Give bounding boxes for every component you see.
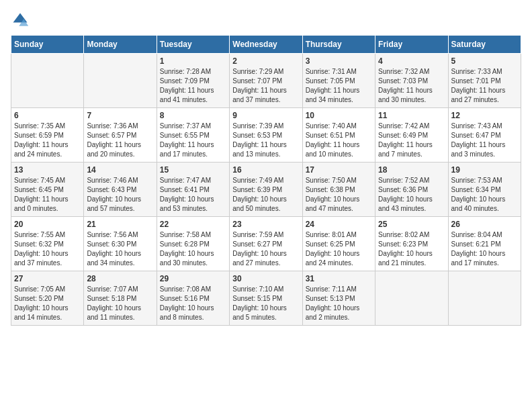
day-number: 4 [378, 56, 445, 66]
calendar-cell: 30Sunrise: 7:10 AM Sunset: 5:15 PM Dayli… [230, 271, 302, 326]
page-header [11, 11, 521, 30]
day-info: Sunrise: 7:43 AM Sunset: 6:47 PM Dayligh… [451, 122, 518, 159]
calendar-cell: 7Sunrise: 7:36 AM Sunset: 6:57 PM Daylig… [84, 108, 157, 163]
day-number: 11 [378, 111, 445, 120]
calendar-cell: 24Sunrise: 8:01 AM Sunset: 6:25 PM Dayli… [302, 217, 375, 271]
calendar-cell: 11Sunrise: 7:42 AM Sunset: 6:49 PM Dayli… [375, 108, 448, 163]
calendar-week-row: 27Sunrise: 7:05 AM Sunset: 5:20 PM Dayli… [11, 271, 521, 326]
calendar-cell: 1Sunrise: 7:28 AM Sunset: 7:09 PM Daylig… [157, 54, 229, 108]
day-number: 29 [160, 274, 226, 283]
day-info: Sunrise: 7:42 AM Sunset: 6:49 PM Dayligh… [378, 122, 445, 159]
day-number: 13 [14, 165, 81, 175]
day-info: Sunrise: 7:35 AM Sunset: 6:59 PM Dayligh… [14, 122, 81, 159]
day-number: 9 [232, 111, 299, 120]
logo [11, 11, 31, 30]
day-info: Sunrise: 7:53 AM Sunset: 6:34 PM Dayligh… [451, 176, 518, 214]
day-number: 27 [14, 274, 81, 283]
day-info: Sunrise: 7:29 AM Sunset: 7:07 PM Dayligh… [232, 67, 299, 105]
day-number: 19 [451, 165, 518, 175]
day-info: Sunrise: 7:58 AM Sunset: 6:28 PM Dayligh… [160, 230, 226, 268]
day-number: 6 [14, 111, 81, 120]
day-info: Sunrise: 7:07 AM Sunset: 5:18 PM Dayligh… [87, 285, 153, 322]
day-number: 30 [232, 274, 299, 283]
calendar-cell: 15Sunrise: 7:47 AM Sunset: 6:41 PM Dayli… [157, 163, 229, 217]
day-number: 1 [160, 56, 226, 66]
day-number: 10 [306, 111, 372, 120]
calendar-cell: 31Sunrise: 7:11 AM Sunset: 5:13 PM Dayli… [302, 271, 375, 326]
weekday-header-cell: Tuesday [157, 36, 229, 54]
calendar-cell: 23Sunrise: 7:59 AM Sunset: 6:27 PM Dayli… [230, 217, 302, 271]
calendar-cell: 3Sunrise: 7:31 AM Sunset: 7:05 PM Daylig… [302, 54, 375, 108]
calendar-cell [375, 271, 448, 326]
day-number: 20 [14, 220, 81, 229]
calendar-cell [448, 271, 521, 326]
day-info: Sunrise: 7:37 AM Sunset: 6:55 PM Dayligh… [160, 122, 226, 159]
calendar-cell: 10Sunrise: 7:40 AM Sunset: 6:51 PM Dayli… [302, 108, 375, 163]
calendar-cell: 5Sunrise: 7:33 AM Sunset: 7:01 PM Daylig… [448, 54, 521, 108]
day-info: Sunrise: 7:28 AM Sunset: 7:09 PM Dayligh… [160, 67, 226, 105]
calendar-week-row: 13Sunrise: 7:45 AM Sunset: 6:45 PM Dayli… [11, 163, 521, 217]
day-info: Sunrise: 7:33 AM Sunset: 7:01 PM Dayligh… [451, 67, 518, 105]
day-info: Sunrise: 7:59 AM Sunset: 6:27 PM Dayligh… [232, 230, 299, 268]
calendar-cell: 25Sunrise: 8:02 AM Sunset: 6:23 PM Dayli… [375, 217, 448, 271]
day-number: 2 [232, 56, 299, 66]
day-info: Sunrise: 7:45 AM Sunset: 6:45 PM Dayligh… [14, 176, 81, 214]
calendar-cell: 26Sunrise: 8:04 AM Sunset: 6:21 PM Dayli… [448, 217, 521, 271]
day-info: Sunrise: 7:08 AM Sunset: 5:16 PM Dayligh… [160, 285, 226, 322]
day-info: Sunrise: 8:02 AM Sunset: 6:23 PM Dayligh… [378, 230, 445, 268]
calendar-cell: 4Sunrise: 7:32 AM Sunset: 7:03 PM Daylig… [375, 54, 448, 108]
weekday-header-cell: Thursday [302, 36, 375, 54]
day-info: Sunrise: 7:40 AM Sunset: 6:51 PM Dayligh… [306, 122, 372, 159]
calendar-body: 1Sunrise: 7:28 AM Sunset: 7:09 PM Daylig… [11, 54, 521, 326]
calendar-cell: 2Sunrise: 7:29 AM Sunset: 7:07 PM Daylig… [230, 54, 302, 108]
day-info: Sunrise: 7:36 AM Sunset: 6:57 PM Dayligh… [87, 122, 153, 159]
calendar-table: SundayMondayTuesdayWednesdayThursdayFrid… [11, 35, 521, 326]
calendar-cell [11, 54, 84, 108]
day-info: Sunrise: 8:04 AM Sunset: 6:21 PM Dayligh… [451, 230, 518, 268]
day-info: Sunrise: 7:47 AM Sunset: 6:41 PM Dayligh… [160, 176, 226, 214]
day-info: Sunrise: 7:49 AM Sunset: 6:39 PM Dayligh… [232, 176, 299, 214]
day-info: Sunrise: 7:31 AM Sunset: 7:05 PM Dayligh… [306, 67, 372, 105]
weekday-header-cell: Wednesday [230, 36, 302, 54]
day-number: 31 [306, 274, 372, 283]
weekday-header-cell: Friday [375, 36, 448, 54]
day-number: 7 [87, 111, 153, 120]
day-number: 14 [87, 165, 153, 175]
day-info: Sunrise: 7:11 AM Sunset: 5:13 PM Dayligh… [306, 285, 372, 322]
day-number: 15 [160, 165, 226, 175]
day-info: Sunrise: 7:50 AM Sunset: 6:38 PM Dayligh… [306, 176, 372, 214]
day-info: Sunrise: 7:55 AM Sunset: 6:32 PM Dayligh… [14, 230, 81, 268]
day-info: Sunrise: 7:56 AM Sunset: 6:30 PM Dayligh… [87, 230, 153, 268]
day-info: Sunrise: 7:10 AM Sunset: 5:15 PM Dayligh… [232, 285, 299, 322]
day-number: 21 [87, 220, 153, 229]
day-number: 22 [160, 220, 226, 229]
calendar-cell: 13Sunrise: 7:45 AM Sunset: 6:45 PM Dayli… [11, 163, 84, 217]
day-number: 25 [378, 220, 445, 229]
calendar-cell: 28Sunrise: 7:07 AM Sunset: 5:18 PM Dayli… [84, 271, 157, 326]
day-number: 17 [306, 165, 372, 175]
day-number: 3 [306, 56, 372, 66]
day-info: Sunrise: 7:39 AM Sunset: 6:53 PM Dayligh… [232, 122, 299, 159]
weekday-header-cell: Monday [84, 36, 157, 54]
day-number: 28 [87, 274, 153, 283]
calendar-cell: 19Sunrise: 7:53 AM Sunset: 6:34 PM Dayli… [448, 163, 521, 217]
calendar-cell: 22Sunrise: 7:58 AM Sunset: 6:28 PM Dayli… [157, 217, 229, 271]
calendar-cell: 14Sunrise: 7:46 AM Sunset: 6:43 PM Dayli… [84, 163, 157, 217]
calendar-week-row: 6Sunrise: 7:35 AM Sunset: 6:59 PM Daylig… [11, 108, 521, 163]
day-number: 24 [306, 220, 372, 229]
calendar-cell: 6Sunrise: 7:35 AM Sunset: 6:59 PM Daylig… [11, 108, 84, 163]
logo-icon [11, 11, 30, 30]
day-info: Sunrise: 7:32 AM Sunset: 7:03 PM Dayligh… [378, 67, 445, 105]
day-number: 26 [451, 220, 518, 229]
calendar-cell: 9Sunrise: 7:39 AM Sunset: 6:53 PM Daylig… [230, 108, 302, 163]
day-info: Sunrise: 7:52 AM Sunset: 6:36 PM Dayligh… [378, 176, 445, 214]
day-info: Sunrise: 8:01 AM Sunset: 6:25 PM Dayligh… [306, 230, 372, 268]
calendar-cell: 16Sunrise: 7:49 AM Sunset: 6:39 PM Dayli… [230, 163, 302, 217]
day-info: Sunrise: 7:05 AM Sunset: 5:20 PM Dayligh… [14, 285, 81, 322]
calendar-cell: 21Sunrise: 7:56 AM Sunset: 6:30 PM Dayli… [84, 217, 157, 271]
calendar-cell: 27Sunrise: 7:05 AM Sunset: 5:20 PM Dayli… [11, 271, 84, 326]
weekday-header-row: SundayMondayTuesdayWednesdayThursdayFrid… [11, 36, 521, 54]
calendar-cell [84, 54, 157, 108]
calendar-cell: 29Sunrise: 7:08 AM Sunset: 5:16 PM Dayli… [157, 271, 229, 326]
weekday-header-cell: Sunday [11, 36, 84, 54]
